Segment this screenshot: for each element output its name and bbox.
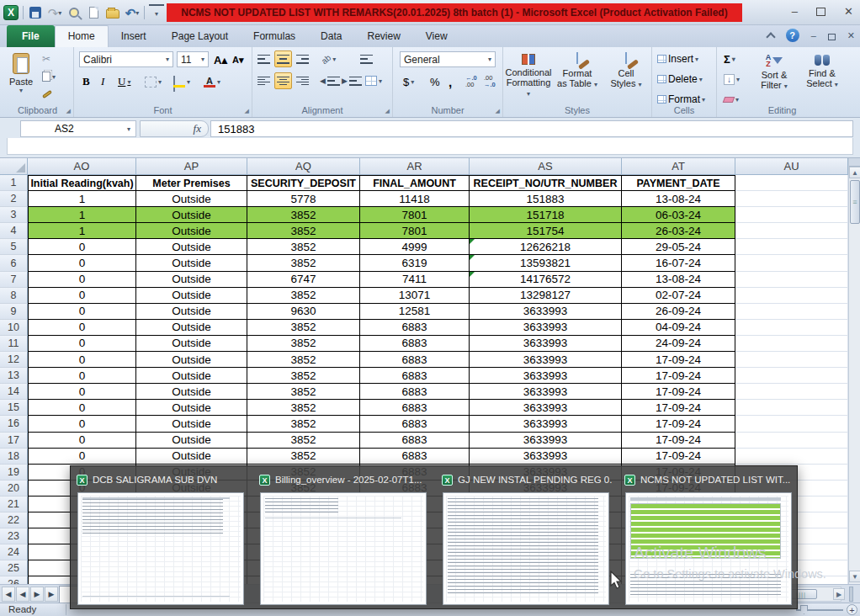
align-right-button[interactable] [295,72,311,89]
font-color-button[interactable]: A▾ [202,73,222,90]
next-sheet-button[interactable]: ▶ [30,587,44,602]
fill-button[interactable]: ↓▾ [722,71,741,88]
col-header-AO[interactable]: AO [28,158,136,175]
cell-AR15[interactable]: 6883 [360,400,470,416]
cell-AT18[interactable]: 17-09-24 [622,449,735,465]
sort-filter-button[interactable]: AZ Sort & Filter ▾ [751,50,798,112]
cell-AU17[interactable] [735,433,848,449]
row-header-1[interactable]: 1 [0,175,28,191]
cell-AS1[interactable]: RECEIPT_NO/UTR_NUMBER [470,175,622,191]
row-header-19[interactable]: 19 [0,465,28,481]
cell-AT5[interactable]: 29-05-24 [622,239,735,255]
cell-AT1[interactable]: PAYMENT_DATE [622,175,735,191]
cell-AS4[interactable]: 151754 [470,223,622,239]
col-header-AP[interactable]: AP [136,158,247,175]
cell-AR5[interactable]: 4999 [360,239,470,255]
undo-button[interactable]: ↶▾ [125,4,140,21]
row-header-18[interactable]: 18 [0,449,28,465]
cell-AS13[interactable]: 3633993 [470,368,622,384]
row-header-23[interactable]: 23 [0,528,28,544]
zoom-slider-thumb[interactable] [800,605,808,614]
decrease-indent-button[interactable]: ◀ [318,72,342,89]
cell-AT7[interactable]: 13-08-24 [622,272,735,288]
last-sheet-button[interactable]: ▶ [45,587,58,602]
cell-AP5[interactable]: Outside [136,239,247,255]
cell-AR12[interactable]: 6883 [360,352,470,368]
cell-AO9[interactable]: 0 [28,304,136,320]
scroll-right-button[interactable]: ▶ [833,588,845,600]
tab-home[interactable]: Home [55,25,109,47]
align-center-button[interactable] [274,72,292,89]
currency-button[interactable]: $▾ [401,73,416,90]
cell-AU14[interactable] [735,384,848,400]
cell-AQ1[interactable]: SECURITY_DEPOSIT [247,175,360,191]
tab-file[interactable]: File [7,25,55,47]
cell-AR16[interactable]: 6883 [360,416,470,432]
cell-AS18[interactable]: 3633993 [470,449,622,465]
thumbnail-preview[interactable] [443,492,609,605]
restore-button[interactable] [816,8,825,16]
new-document-button[interactable] [86,4,101,21]
cell-AQ11[interactable]: 3852 [247,336,360,352]
cell-AT6[interactable]: 16-07-24 [622,255,735,271]
format-as-table-button[interactable]: Format as Table ▾ [554,50,601,112]
redo-button[interactable]: ↷▾ [47,4,62,21]
cell-AQ7[interactable]: 6747 [247,272,360,288]
cell-AO16[interactable]: 0 [28,416,136,432]
autosum-button[interactable]: Σ▾ [722,50,737,67]
underline-button[interactable]: U▾ [116,73,132,90]
name-box[interactable]: AS2▾ [20,120,136,137]
cell-AP2[interactable]: Outside [136,191,247,207]
cell-AS5[interactable]: 12626218 [470,239,622,255]
formula-input[interactable]: 151883 [210,120,853,137]
cell-AO2[interactable]: 1 [28,191,136,207]
cell-AO18[interactable]: 0 [28,449,136,465]
delete-cells-button[interactable]: Delete▾ [656,71,704,88]
row-header-2[interactable]: 2 [0,191,28,207]
cell-AP17[interactable]: Outside [136,433,247,449]
row-header-12[interactable]: 12 [0,352,28,368]
cell-AR11[interactable]: 6883 [360,336,470,352]
merge-center-button[interactable]: ▾ [364,72,384,89]
col-header-AT[interactable]: AT [622,158,735,175]
orientation-button[interactable]: ab▾ [320,50,337,67]
italic-button[interactable]: I [99,73,106,90]
comma-button[interactable]: , [447,73,454,90]
cell-AR1[interactable]: FINAL_AMOUNT [360,175,470,191]
minimize-button[interactable]: – [792,4,798,19]
tab-page-layout[interactable]: Page Layout [159,25,241,47]
font-dialog-launcher[interactable]: ◢ [245,108,249,114]
cell-AQ4[interactable]: 3852 [247,223,360,239]
row-header-7[interactable]: 7 [0,272,28,288]
row-header-13[interactable]: 13 [0,368,28,384]
cell-AR18[interactable]: 6883 [360,449,470,465]
cell-AS12[interactable]: 3633993 [470,352,622,368]
cell-AU16[interactable] [735,416,848,432]
cell-AO6[interactable]: 0 [28,255,136,271]
cell-AP7[interactable]: Outside [136,272,247,288]
find-select-button[interactable]: Find & Select ▾ [799,50,845,112]
cell-AQ6[interactable]: 3852 [247,255,360,271]
cell-AR8[interactable]: 13071 [360,288,470,304]
cell-AP18[interactable]: Outside [136,449,247,465]
open-button[interactable] [105,4,120,21]
vertical-split-handle[interactable] [849,158,860,167]
zoom-in-button[interactable]: + [847,604,857,615]
col-header-AU[interactable]: AU [735,158,848,175]
row-header-14[interactable]: 14 [0,384,28,400]
cell-AS14[interactable]: 3633993 [470,384,622,400]
cell-AO10[interactable]: 0 [28,320,136,336]
conditional-formatting-button[interactable]: Conditional Formatting ▾ [505,50,552,112]
cell-AO1[interactable]: Initial Reading(kvah) [28,175,136,191]
cell-styles-button[interactable]: Cell Styles ▾ [603,50,650,112]
cell-AU4[interactable] [735,223,848,239]
tab-data[interactable]: Data [308,25,354,47]
scroll-down-button[interactable]: ▼ [849,571,860,582]
cell-AU6[interactable] [735,255,848,271]
cell-AT10[interactable]: 04-09-24 [622,320,735,336]
cell-AU1[interactable] [735,175,848,191]
cell-AP16[interactable]: Outside [136,416,247,432]
cell-AU3[interactable] [735,207,848,223]
cell-AR10[interactable]: 6883 [360,320,470,336]
cell-AU9[interactable] [735,304,848,320]
